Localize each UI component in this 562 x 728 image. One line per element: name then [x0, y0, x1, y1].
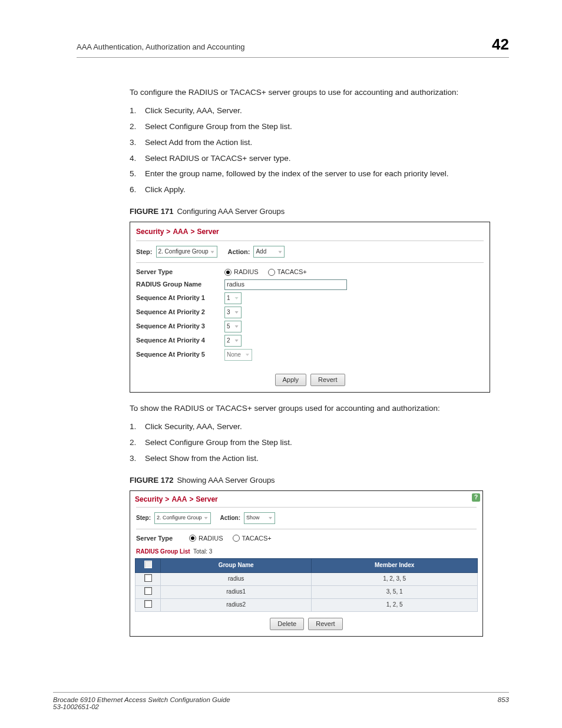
table-row: radius21, 2, 5 [135, 598, 478, 611]
delete-button[interactable]: Delete [270, 618, 304, 630]
row-checkbox[interactable] [144, 600, 152, 608]
table-row: radius13, 5, 1 [135, 585, 478, 598]
seq-5-select[interactable]: None [224, 349, 252, 361]
tacacs-radio[interactable] [233, 535, 240, 542]
help-icon[interactable]: ? [472, 493, 480, 502]
footer-page: 853 [498, 696, 509, 710]
action-label: Action: [228, 248, 250, 256]
revert-button[interactable]: Revert [310, 374, 345, 386]
row-checkbox[interactable] [144, 574, 152, 582]
footer-docnum: 53-1002651-02 [53, 703, 230, 710]
seq-4-select[interactable]: 2 [224, 335, 242, 347]
server-type-label: Server Type [136, 268, 224, 276]
intro-paragraph-1: To configure the RADIUS or TACACS+ serve… [130, 87, 509, 98]
revert-button[interactable]: Revert [308, 618, 342, 630]
col-member-index: Member Index [312, 558, 478, 572]
list-caption: RADIUS Group List Total: 3 [130, 546, 482, 557]
step-label: Step: [136, 514, 151, 522]
action-select[interactable]: Show [244, 512, 275, 524]
step-text: Select Add from the Action list. [145, 138, 252, 147]
step-text: Select Configure Group from the Step lis… [145, 122, 292, 131]
footer-book: Brocade 6910 Ethernet Access Switch Conf… [53, 696, 230, 703]
steps-list-2: 1.Click Security, AAA, Server. 2.Select … [130, 421, 509, 465]
step-text: Click Security, AAA, Server. [145, 106, 242, 115]
step-text: Click Security, AAA, Server. [145, 422, 242, 431]
col-group-name: Group Name [161, 558, 312, 572]
breadcrumb: Security>AAA>Server ? [130, 491, 482, 507]
step-label: Step: [136, 248, 153, 256]
server-type-label: Server Type [136, 534, 189, 543]
figure-171-screenshot: Security>AAA>Server Step: 2. Configure G… [130, 222, 490, 393]
radius-radio[interactable] [224, 269, 232, 276]
group-name-input[interactable]: radius [224, 279, 347, 290]
step-text: Select Show from the Action list. [145, 454, 259, 463]
radius-radio[interactable] [189, 535, 196, 542]
intro-paragraph-2: To show the RADIUS or TACACS+ server gro… [130, 403, 509, 414]
step-select[interactable]: 2. Configure Group [154, 512, 211, 524]
step-text: Select Configure Group from the Step lis… [145, 438, 292, 447]
figure-171-label: FIGURE 171Configuring AAA Server Groups [130, 206, 509, 217]
figure-172-screenshot: Security>AAA>Server ? Step: 2. Configure… [130, 490, 483, 637]
tacacs-radio[interactable] [268, 269, 275, 276]
select-all-checkbox[interactable] [144, 561, 152, 568]
group-table: Group Name Member Index radius1, 2, 3, 5… [135, 558, 478, 612]
chapter-number: 42 [492, 35, 509, 54]
step-text: Enter the group name, followed by the in… [145, 169, 449, 178]
action-select[interactable]: Add [253, 246, 285, 258]
seq-2-select[interactable]: 3 [224, 307, 242, 318]
seq-3-select[interactable]: 5 [224, 321, 242, 332]
apply-button[interactable]: Apply [275, 374, 307, 386]
page-footer: Brocade 6910 Ethernet Access Switch Conf… [53, 692, 509, 710]
figure-172-label: FIGURE 172Showing AAA Server Groups [130, 475, 509, 486]
running-header: AAA Authentication, Authorization and Ac… [77, 35, 509, 58]
seq-1-select[interactable]: 1 [224, 292, 242, 304]
action-label: Action: [220, 514, 240, 522]
header-section: AAA Authentication, Authorization and Ac… [77, 42, 245, 51]
breadcrumb: Security>AAA>Server [130, 222, 490, 241]
step-text: Click Apply. [145, 185, 186, 194]
step-text: Select RADIUS or TACACS+ server type. [145, 154, 290, 163]
group-name-label: RADIUS Group Name [136, 280, 224, 289]
step-select[interactable]: 2. Configure Group [156, 246, 217, 258]
row-checkbox[interactable] [144, 587, 152, 595]
table-row: radius1, 2, 3, 5 [135, 572, 478, 585]
steps-list-1: 1.Click Security, AAA, Server. 2.Select … [130, 106, 509, 196]
